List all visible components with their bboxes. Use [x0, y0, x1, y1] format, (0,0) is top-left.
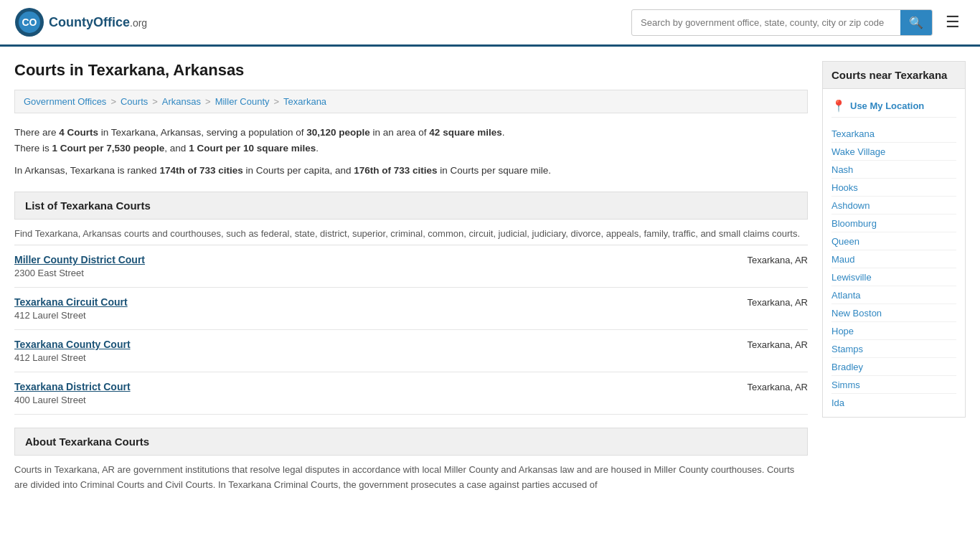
nearby-city-link[interactable]: Lewisville	[831, 272, 872, 283]
nearby-city-link[interactable]: Maud	[831, 254, 855, 265]
breadcrumb: Government Offices > Courts > Arkansas >…	[14, 90, 808, 113]
nearby-city-item: Nash	[831, 161, 956, 179]
nearby-city-link[interactable]: Wake Village	[831, 146, 885, 157]
nearby-city-item: Bloomburg	[831, 215, 956, 232]
nearby-city-link[interactable]: Texarkana	[831, 128, 875, 139]
court-location: Texarkana, AR	[747, 297, 808, 308]
nearby-city-item: Stamps	[831, 340, 956, 358]
search-button[interactable]: 🔍	[900, 10, 932, 35]
nearby-city-item: Maud	[831, 250, 956, 268]
court-name-link[interactable]: Texarkana Circuit Court	[14, 296, 128, 308]
court-list-item: Texarkana District Court Texarkana, AR 4…	[14, 372, 808, 415]
about-section-text: Courts in Texarkana, AR are government i…	[14, 456, 808, 500]
main-container: Courts in Texarkana, Arkansas Government…	[0, 47, 980, 500]
sidebar-title: Courts near Texarkana	[822, 61, 966, 89]
court-address: 2300 East Street	[14, 268, 808, 278]
nearby-city-link[interactable]: Ida	[831, 397, 844, 408]
breadcrumb-sep-2: >	[152, 96, 158, 107]
court-location: Texarkana, AR	[747, 339, 808, 350]
logo-icon: CO	[14, 7, 44, 37]
breadcrumb-arkansas[interactable]: Arkansas	[162, 96, 201, 107]
nearby-city-item: Queen	[831, 232, 956, 250]
search-bar: 🔍	[631, 9, 933, 36]
nearby-city-item: Simms	[831, 376, 956, 394]
nearby-city-item: Hope	[831, 322, 956, 340]
breadcrumb-courts[interactable]: Courts	[121, 96, 148, 107]
court-list-item: Texarkana County Court Texarkana, AR 412…	[14, 330, 808, 372]
nearby-city-link[interactable]: Stamps	[831, 344, 863, 354]
nearby-city-link[interactable]: Hooks	[831, 182, 858, 193]
breadcrumb-sep-3: >	[205, 96, 211, 107]
nearby-city-link[interactable]: Bradley	[831, 362, 863, 372]
header: CO CountyOffice.org 🔍 ☰	[0, 0, 980, 47]
nearby-city-item: Bradley	[831, 358, 956, 376]
nearby-city-link[interactable]: Bloomburg	[831, 218, 877, 229]
nearby-cities-list: TexarkanaWake VillageNashHooksAshdownBlo…	[831, 125, 956, 411]
location-pin-icon: 📍	[831, 99, 846, 113]
nearby-city-link[interactable]: Simms	[831, 380, 860, 390]
logo-area: CO CountyOffice.org	[14, 7, 147, 37]
nearby-city-link[interactable]: Atlanta	[831, 290, 860, 301]
nearby-city-item: Texarkana	[831, 125, 956, 143]
breadcrumb-government-offices[interactable]: Government Offices	[24, 96, 106, 107]
sidebar: Courts near Texarkana 📍 Use My Location …	[822, 61, 966, 500]
nearby-city-item: Lewisville	[831, 268, 956, 286]
nearby-city-item: Ashdown	[831, 197, 956, 215]
use-location-link[interactable]: Use My Location	[850, 100, 924, 111]
breadcrumb-texarkana[interactable]: Texarkana	[283, 96, 326, 107]
nearby-city-item: Atlanta	[831, 286, 956, 304]
court-list-item: Texarkana Circuit Court Texarkana, AR 41…	[14, 288, 808, 330]
nearby-city-item: New Boston	[831, 304, 956, 322]
about-section-header: About Texarkana Courts	[14, 428, 808, 456]
court-address: 412 Laurel Street	[14, 310, 808, 321]
nearby-city-link[interactable]: Hope	[831, 326, 854, 336]
menu-button[interactable]: ☰	[940, 10, 966, 34]
court-address: 400 Laurel Street	[14, 395, 808, 405]
svg-text:CO: CO	[22, 17, 37, 28]
info-paragraph-2: In Arkansas, Texarkana is ranked 174th o…	[14, 163, 808, 179]
court-name-link[interactable]: Texarkana District Court	[14, 381, 131, 392]
info-paragraph-1: There are 4 Courts in Texarkana, Arkansa…	[14, 125, 808, 156]
nearby-city-item: Hooks	[831, 179, 956, 197]
nearby-city-item: Wake Village	[831, 143, 956, 161]
list-section-header: List of Texarkana Courts	[14, 192, 808, 220]
sidebar-content: 📍 Use My Location TexarkanaWake VillageN…	[822, 89, 966, 418]
nearby-city-item: Ida	[831, 394, 956, 411]
list-section-description: Find Texarkana, Arkansas courts and cour…	[14, 220, 808, 246]
court-location: Texarkana, AR	[747, 255, 808, 265]
use-my-location[interactable]: 📍 Use My Location	[831, 95, 956, 118]
header-right: 🔍 ☰	[631, 9, 966, 36]
nearby-city-link[interactable]: Queen	[831, 236, 859, 247]
court-name-link[interactable]: Miller County District Court	[14, 254, 145, 265]
search-input[interactable]	[632, 11, 900, 34]
logo-text: CountyOffice.org	[49, 15, 147, 30]
breadcrumb-sep-4: >	[274, 96, 280, 107]
court-address: 412 Laurel Street	[14, 352, 808, 363]
court-location: Texarkana, AR	[747, 382, 808, 392]
breadcrumb-miller-county[interactable]: Miller County	[215, 96, 270, 107]
content-area: Courts in Texarkana, Arkansas Government…	[14, 61, 808, 500]
nearby-city-link[interactable]: Ashdown	[831, 200, 870, 211]
court-name-link[interactable]: Texarkana County Court	[14, 339, 131, 350]
breadcrumb-sep-1: >	[110, 96, 116, 107]
page-title: Courts in Texarkana, Arkansas	[14, 61, 808, 80]
nearby-city-link[interactable]: Nash	[831, 164, 853, 175]
courts-list: Miller County District Court Texarkana, …	[14, 245, 808, 415]
court-list-item: Miller County District Court Texarkana, …	[14, 245, 808, 288]
nearby-city-link[interactable]: New Boston	[831, 308, 882, 319]
about-section: About Texarkana Courts Courts in Texarka…	[14, 428, 808, 500]
